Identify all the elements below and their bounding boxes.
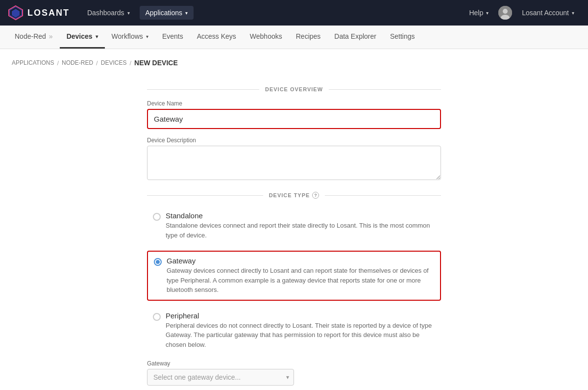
peripheral-option[interactable]: Peripheral Peripheral devices do not con… <box>147 307 441 355</box>
help-chevron-icon: ▾ <box>486 10 489 16</box>
device-type-help-icon[interactable]: ? <box>312 192 319 199</box>
account-chevron-icon: ▾ <box>572 10 574 16</box>
breadcrumb-current: NEW DEVICE <box>134 59 178 67</box>
applications-chevron-icon: ▾ <box>185 10 188 16</box>
gateway-radio[interactable] <box>154 258 162 266</box>
sub-nav: Node-Red » Devices ▾ Workflows ▾ Events … <box>0 26 588 49</box>
breadcrumb-sep-1: / <box>57 59 59 67</box>
subnav-settings[interactable]: Settings <box>383 26 422 49</box>
device-overview-label: DEVICE OVERVIEW <box>265 86 323 92</box>
gateway-field-label: Gateway <box>147 360 441 367</box>
main-content: DEVICE OVERVIEW Device Name Device Descr… <box>0 72 588 390</box>
subnav-devices[interactable]: Devices ▾ <box>60 26 105 49</box>
breadcrumb-sep-3: / <box>129 59 131 67</box>
device-type-divider: DEVICE TYPE ? <box>147 192 441 199</box>
help-menu-btn[interactable]: Help ▾ <box>463 6 494 20</box>
standalone-desc: Standalone devices connect and report th… <box>166 221 435 240</box>
device-description-label: Device Description <box>147 137 441 144</box>
subnav-workflows[interactable]: Workflows ▾ <box>105 26 155 49</box>
device-overview-divider: DEVICE OVERVIEW <box>147 86 441 92</box>
svg-point-4 <box>503 9 508 14</box>
gateway-select-wrapper: Select one gateway device... ▾ <box>147 369 294 386</box>
breadcrumb-applications[interactable]: APPLICATIONS <box>12 59 54 66</box>
device-type-label: DEVICE TYPE ? <box>269 192 319 199</box>
peripheral-title: Peripheral <box>166 312 435 320</box>
node-red-separator: » <box>49 32 53 40</box>
breadcrumb-sep-2: / <box>96 59 98 67</box>
subnav-events[interactable]: Events <box>155 26 190 49</box>
gateway-title: Gateway <box>167 257 434 265</box>
subnav-access-keys[interactable]: Access Keys <box>190 26 243 49</box>
subnav-webhooks[interactable]: Webhooks <box>243 26 289 49</box>
device-name-input[interactable] <box>147 109 441 129</box>
standalone-title: Standalone <box>166 211 435 220</box>
standalone-radio[interactable] <box>153 213 161 221</box>
device-name-group: Device Name <box>147 100 441 129</box>
gateway-select[interactable]: Select one gateway device... <box>147 369 294 386</box>
device-description-group: Device Description <box>147 137 441 182</box>
breadcrumb-devices[interactable]: DEVICES <box>101 59 127 66</box>
devices-chevron-icon: ▾ <box>96 34 98 39</box>
avatar <box>498 6 512 20</box>
device-description-input[interactable] <box>147 146 441 180</box>
breadcrumb: APPLICATIONS / NODE-RED / DEVICES / NEW … <box>0 49 588 72</box>
applications-menu-btn[interactable]: Applications ▾ <box>140 6 194 20</box>
peripheral-radio[interactable] <box>153 313 161 321</box>
gateway-option[interactable]: Gateway Gateway devices connect directly… <box>147 251 441 301</box>
device-name-label: Device Name <box>147 100 441 107</box>
subnav-node-red[interactable]: Node-Red » <box>8 26 60 49</box>
logo-text: LOSANT <box>27 8 70 18</box>
top-nav: LOSANT Dashboards ▾ Applications ▾ Help … <box>0 0 588 26</box>
form-container: DEVICE OVERVIEW Device Name Device Descr… <box>147 86 441 386</box>
gateway-desc: Gateway devices connect directly to Losa… <box>167 266 434 295</box>
subnav-data-explorer[interactable]: Data Explorer <box>327 26 383 49</box>
workflows-chevron-icon: ▾ <box>146 34 148 39</box>
dashboards-chevron-icon: ▾ <box>127 10 130 16</box>
standalone-option[interactable]: Standalone Standalone devices connect an… <box>147 207 441 245</box>
peripheral-desc: Peripheral devices do not connect direct… <box>166 321 435 350</box>
gateway-section: Gateway Select one gateway device... ▾ <box>147 360 441 386</box>
svg-marker-1 <box>12 9 20 18</box>
subnav-recipes[interactable]: Recipes <box>289 26 328 49</box>
logo[interactable]: LOSANT <box>8 5 70 21</box>
dashboards-menu-btn[interactable]: Dashboards ▾ <box>81 6 136 20</box>
account-menu-btn[interactable]: Losant Account ▾ <box>516 6 580 20</box>
breadcrumb-node-red[interactable]: NODE-RED <box>62 59 93 66</box>
